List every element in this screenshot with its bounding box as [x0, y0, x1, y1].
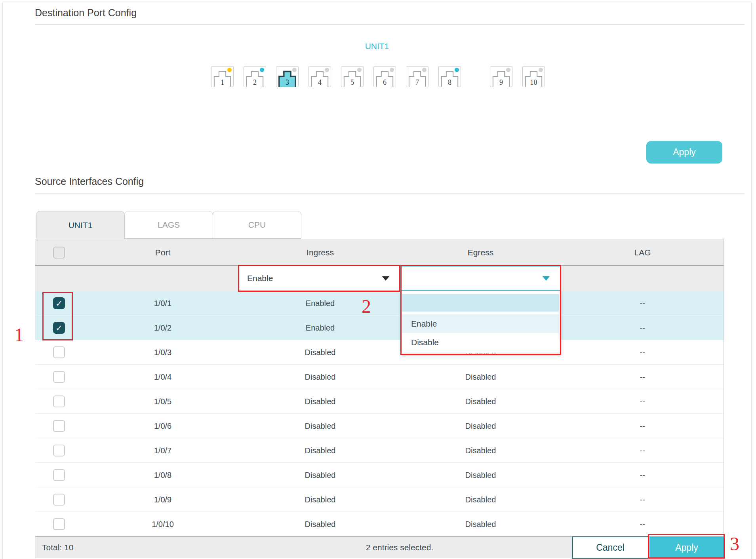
destination-apply-button[interactable]: Apply — [646, 141, 722, 164]
table-row: ✓ 1/0/1 Enabled -- — [35, 291, 724, 316]
row-checkbox[interactable] — [53, 445, 65, 456]
cell-ingress: Disabled — [240, 414, 400, 438]
row-checkbox[interactable] — [53, 494, 65, 506]
cell-lag: -- — [561, 438, 724, 463]
cell-egress: Disabled — [400, 438, 561, 463]
dropdown-caret-icon — [543, 276, 550, 281]
table-row: 1/0/10 Disabled Disabled -- — [35, 512, 724, 536]
port-group-1: 1 2 3 4 5 6 — [211, 66, 461, 87]
row-checkbox[interactable] — [53, 346, 65, 358]
port-status-dot — [455, 68, 459, 72]
table-header-row: Port Ingress Egress LAG — [35, 239, 724, 266]
column-header-egress: Egress — [400, 239, 561, 266]
cell-port: 1/0/5 — [86, 389, 240, 414]
source-apply-button[interactable]: Apply — [649, 536, 724, 559]
tab-lags[interactable]: LAGS — [124, 211, 213, 239]
table-footer: Total: 10 2 entries selected. Cancel App… — [35, 536, 724, 558]
divider — [35, 25, 745, 25]
port-tile[interactable]: 1 — [211, 66, 234, 87]
source-config-title: Source Interfaces Config — [35, 176, 144, 187]
table-body: ✓ 1/0/1 Enabled -- ✓ 1/0/2 Enabled -- 1/… — [35, 291, 724, 536]
table-row: 1/0/3 Disabled Disabled -- — [35, 340, 724, 365]
cell-port: 1/0/9 — [86, 487, 240, 512]
port-number: 6 — [374, 79, 396, 86]
cell-ingress: Disabled — [240, 389, 400, 414]
port-status-dot — [422, 68, 427, 72]
port-status-dot — [390, 68, 394, 72]
dropdown-caret-icon — [382, 276, 389, 281]
row-checkbox[interactable]: ✓ — [53, 322, 65, 334]
dropdown-option-disable[interactable]: Disable — [402, 333, 559, 352]
ingress-filter-value: Enable — [247, 266, 273, 290]
table-row: 1/0/8 Disabled Disabled -- — [35, 463, 724, 487]
cell-lag: -- — [561, 389, 724, 414]
switch-config-page: Destination Port Config UNIT1 1 2 3 4 — [0, 0, 756, 559]
port-status-dot — [539, 68, 543, 72]
port-tile[interactable]: 8 — [438, 66, 461, 87]
cell-port: 1/0/8 — [86, 463, 240, 487]
table-filter-row: Enable — [35, 266, 724, 291]
cell-port: 1/0/10 — [86, 512, 240, 536]
tab-bar: UNIT1LAGSCPU — [36, 211, 301, 239]
port-tile[interactable]: 5 — [341, 66, 364, 87]
row-checkbox[interactable] — [53, 371, 65, 383]
cell-lag: -- — [561, 340, 724, 365]
column-header-lag: LAG — [561, 239, 724, 266]
selection-status: 2 entries selected. — [348, 537, 451, 558]
divider — [35, 194, 745, 194]
row-checkbox[interactable] — [53, 420, 65, 432]
cell-port: 1/0/2 — [86, 316, 240, 340]
port-tile[interactable]: 4 — [308, 66, 331, 87]
ingress-filter-select[interactable]: Enable — [240, 266, 400, 290]
cell-lag: -- — [561, 291, 724, 316]
port-status-dot — [292, 68, 297, 72]
port-tile[interactable]: 9 — [490, 66, 512, 87]
cell-lag: -- — [561, 512, 724, 536]
destination-config-title: Destination Port Config — [35, 7, 137, 19]
select-all-checkbox[interactable] — [53, 247, 65, 259]
port-tile[interactable]: 6 — [373, 66, 396, 87]
cell-port: 1/0/7 — [86, 438, 240, 463]
table-row: 1/0/6 Disabled Disabled -- — [35, 414, 724, 438]
row-checkbox[interactable] — [53, 469, 65, 481]
cell-lag: -- — [561, 487, 724, 512]
port-tile[interactable]: 7 — [406, 66, 428, 87]
cell-egress: Disabled — [400, 463, 561, 487]
row-checkbox[interactable] — [53, 518, 65, 530]
cell-ingress: Disabled — [240, 340, 400, 365]
table-row: ✓ 1/0/2 Enabled -- — [35, 316, 724, 340]
egress-filter-select[interactable] — [401, 266, 560, 291]
cell-ingress: Enabled — [240, 316, 400, 340]
dropdown-option-blank[interactable] — [402, 294, 559, 312]
port-tile[interactable]: 10 — [522, 66, 545, 87]
cell-lag: -- — [561, 463, 724, 487]
column-header-ingress: Ingress — [240, 239, 400, 266]
dropdown-option-enable[interactable]: Enable — [402, 314, 559, 333]
cell-egress: Disabled — [400, 365, 561, 389]
tab-cpu[interactable]: CPU — [213, 211, 301, 239]
cell-port: 1/0/1 — [86, 291, 240, 316]
port-number: 4 — [309, 79, 331, 86]
port-status-dot — [357, 68, 362, 72]
source-interfaces-table: Port Ingress Egress LAG Enable ✓ 1/0/1 E… — [35, 239, 724, 559]
port-tile[interactable]: 2 — [244, 66, 266, 87]
port-status-dot — [227, 68, 232, 72]
row-checkbox[interactable] — [53, 395, 65, 407]
cell-egress: Disabled — [400, 512, 561, 536]
cell-port: 1/0/3 — [86, 340, 240, 365]
annotation-step-3: 3 — [730, 534, 739, 553]
row-checkbox[interactable]: ✓ — [53, 297, 65, 309]
cell-lag: -- — [561, 316, 724, 340]
port-number: 8 — [439, 79, 461, 86]
port-number: 2 — [244, 79, 266, 86]
total-count: Total: 10 — [42, 537, 73, 558]
cancel-button[interactable]: Cancel — [572, 536, 649, 559]
cell-ingress: Disabled — [240, 487, 400, 512]
cell-ingress: Disabled — [240, 365, 400, 389]
tab-unit1[interactable]: UNIT1 — [36, 211, 125, 239]
port-status-dot — [325, 68, 329, 72]
port-tile[interactable]: 3 — [276, 66, 299, 87]
cell-egress: Disabled — [400, 414, 561, 438]
cell-lag: -- — [561, 414, 724, 438]
cell-ingress: Disabled — [240, 438, 400, 463]
